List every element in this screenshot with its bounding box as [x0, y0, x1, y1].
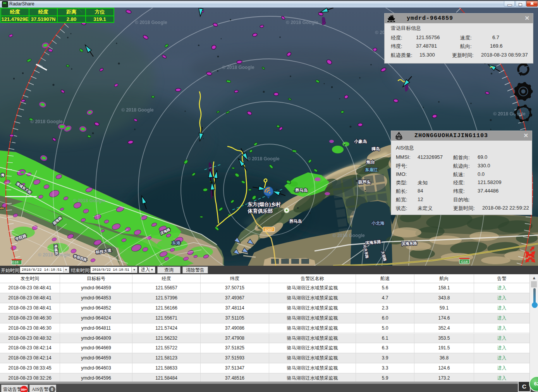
svg-text:G18: G18	[12, 260, 18, 264]
svg-text:滨海东路: 滨海东路	[402, 241, 418, 246]
svg-text:小象岛: 小象岛	[354, 139, 367, 144]
svg-text:东庙江: 东庙江	[365, 167, 378, 172]
svg-text:© 2018 Google: © 2018 Google	[30, 119, 63, 124]
svg-text:养马岛: 养马岛	[289, 219, 302, 224]
svg-text:© 2018 Google: © 2018 Google	[222, 65, 254, 70]
svg-text:G18: G18	[461, 260, 468, 264]
svg-text:S66: S66	[0, 206, 4, 210]
svg-text:獐岛: 獐岛	[371, 146, 380, 151]
svg-text:炮台: 炮台	[366, 160, 375, 164]
svg-text:东港: 东港	[172, 241, 180, 245]
svg-text:© 2018 Google: © 2018 Google	[493, 111, 526, 117]
svg-text:© 2018 Google: © 2018 Google	[38, 252, 70, 258]
svg-text:小北海: 小北海	[371, 221, 385, 225]
svg-text:养马岛: 养马岛	[295, 188, 308, 193]
svg-text:S207: S207	[265, 228, 273, 232]
svg-text:© 2018 Google: © 2018 Google	[121, 107, 154, 113]
svg-text:体育俱乐部: 体育俱乐部	[248, 208, 273, 214]
svg-text:© 2018 Google: © 2018 Google	[286, 20, 318, 25]
svg-text:海: 海	[1, 173, 5, 177]
svg-text:葫芦头: 葫芦头	[358, 180, 371, 184]
svg-text:© 2018 Google: © 2018 Google	[73, 198, 105, 203]
svg-text:© 2018 Google: © 2018 Google	[332, 233, 365, 238]
svg-text:© 2018 Google: © 2018 Google	[247, 156, 280, 162]
svg-text:东方(烟台)乡村: 东方(烟台)乡村	[247, 201, 281, 207]
svg-text:© 2018 Google: © 2018 Google	[135, 20, 167, 25]
